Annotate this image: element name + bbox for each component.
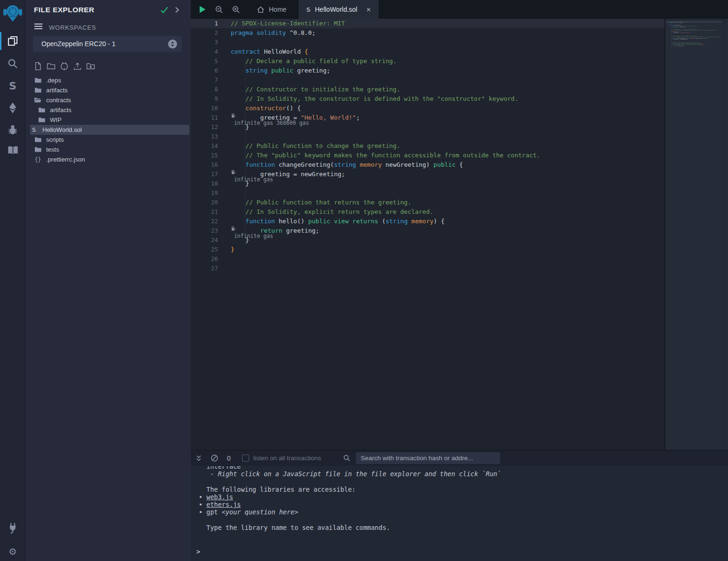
code-line-13[interactable] xyxy=(231,132,540,141)
terminal-line: The following libraries are accessible: xyxy=(199,486,728,493)
tree-item-artifacts[interactable]: artifacts xyxy=(26,85,191,95)
terminal-search-input[interactable] xyxy=(356,452,500,464)
folder-icon xyxy=(38,116,45,124)
new-file-icon[interactable] xyxy=(33,61,42,71)
code-line-23[interactable]: return greeting; xyxy=(231,226,540,236)
code-line-21[interactable]: // In Solidity, explicit return types ar… xyxy=(231,207,540,217)
code-line-14[interactable]: // Public function to change the greetin… xyxy=(231,141,540,151)
upload-folder-icon[interactable] xyxy=(86,61,95,71)
solidity-icon: S xyxy=(30,126,38,134)
tree-item--prettierrc-json[interactable]: {}.prettierrc.json xyxy=(26,154,191,164)
code-line-17[interactable]: greeting = newGreeting; xyxy=(231,170,540,179)
code-line-22[interactable]: function hello() public view returns (st… xyxy=(231,217,540,226)
sidebar-item-deploy-and-run[interactable] xyxy=(0,99,25,117)
tab-home[interactable]: Home xyxy=(249,0,294,19)
tree-item-label: scripts xyxy=(46,136,64,143)
code-line-18[interactable]: } xyxy=(231,179,540,188)
clear-console-icon[interactable] xyxy=(210,454,218,462)
sidebar-item-settings[interactable]: ⚙ xyxy=(0,543,25,561)
code-line-15[interactable]: // The "public" keyword makes the functi… xyxy=(231,151,540,160)
terminal-line: • ethers.js xyxy=(199,501,728,508)
line-number: 21 xyxy=(191,207,218,217)
terminal-link[interactable]: ethers.js xyxy=(206,501,241,508)
tree-item-label: .prettierrc.json xyxy=(46,156,85,163)
line-number: 19 xyxy=(191,188,218,198)
code-line-11[interactable]: greeting = "Hello, World!"; xyxy=(231,113,540,122)
tree-item-contracts[interactable]: contracts xyxy=(26,95,191,105)
github-icon[interactable] xyxy=(59,61,69,71)
line-number: 16 xyxy=(191,160,218,170)
chevron-right-icon[interactable] xyxy=(174,6,180,14)
tree-item--deps[interactable]: .deps xyxy=(26,75,191,85)
minimap[interactable]: // SPDX-License-Identifier: MITpragma so… xyxy=(664,19,728,450)
line-number: 17 xyxy=(191,170,218,179)
zoom-in-icon[interactable] xyxy=(227,0,244,19)
line-number: 9 xyxy=(191,94,218,104)
tab-helloworld-sol[interactable]: S HelloWorld.sol × xyxy=(299,0,378,19)
code-line-2[interactable]: pragma solidity ^0.8.0; xyxy=(231,28,540,38)
workspaces-menu-icon[interactable] xyxy=(34,23,43,30)
workspace-select[interactable]: OpenZeppelin ERC20 - 1 xyxy=(33,36,182,52)
line-number: 5 xyxy=(191,57,218,66)
tree-item-helloworld-sol[interactable]: SHelloWorld.sol xyxy=(30,125,189,135)
new-folder-icon[interactable] xyxy=(46,61,56,71)
tree-item-scripts[interactable]: scripts xyxy=(26,135,191,145)
code-line-7[interactable] xyxy=(231,75,540,85)
code-line-26[interactable] xyxy=(231,254,540,264)
code-editor[interactable]: 1234567891011121314151617181920212223242… xyxy=(191,19,664,450)
line-number: 4 xyxy=(191,47,218,57)
code-line-4[interactable]: contract HelloWorld { xyxy=(231,47,540,57)
tree-item-wip[interactable]: WIP xyxy=(26,115,191,125)
line-number: 12 xyxy=(191,122,218,132)
terminal-link[interactable]: web3.js xyxy=(206,493,233,501)
terminal-line: • web3.js xyxy=(199,493,728,501)
book-icon xyxy=(7,145,19,155)
code-line-5[interactable]: // Declare a public field of type string… xyxy=(231,57,540,66)
gear-icon: ⚙ xyxy=(8,546,17,557)
code-line-24[interactable]: } xyxy=(231,236,540,245)
terminal-output[interactable]: interface - Right click on a JavaScript … xyxy=(191,466,728,561)
solidity-icon: S xyxy=(9,80,16,92)
collapse-terminal-icon[interactable] xyxy=(195,455,202,462)
code-line-20[interactable]: // Public function that returns the gree… xyxy=(231,198,540,207)
code-line-3[interactable] xyxy=(231,38,540,47)
code-line-8[interactable]: // Constructor to initialize the greetin… xyxy=(231,85,540,94)
folder-icon xyxy=(34,136,41,144)
line-number: 14 xyxy=(191,141,218,151)
code-line-16[interactable]: function changeGreeting(string memory ne… xyxy=(231,160,540,170)
zoom-out-icon[interactable] xyxy=(210,0,227,19)
code-line-19[interactable] xyxy=(231,188,540,198)
close-icon[interactable]: × xyxy=(366,6,371,14)
code-line-25[interactable]: } xyxy=(231,245,540,254)
file-tree: .depsartifactscontractsartifactsWIPSHell… xyxy=(26,75,191,164)
terminal-prompt[interactable]: > xyxy=(196,548,200,555)
tree-item-artifacts[interactable]: artifacts xyxy=(26,105,191,115)
terminal-line xyxy=(199,516,728,523)
sidebar-item-plugin-manager[interactable] xyxy=(0,519,25,537)
run-script-button[interactable] xyxy=(194,0,210,19)
sidebar-item-file-explorer[interactable] xyxy=(0,32,25,50)
tree-item-tests[interactable]: tests xyxy=(26,145,191,154)
upload-file-icon[interactable] xyxy=(73,61,82,71)
listen-transactions-checkbox[interactable] xyxy=(242,455,249,462)
workspaces-label: WORKSPACES xyxy=(49,24,96,31)
sidebar-item-solidity-compiler[interactable]: S xyxy=(0,77,25,95)
code-line-27[interactable] xyxy=(231,264,540,273)
code-line-6[interactable]: string public greeting; xyxy=(231,66,540,75)
line-number: 8 xyxy=(191,85,218,94)
line-number: 3 xyxy=(191,38,218,47)
line-number: 13 xyxy=(191,132,218,141)
code-line-1[interactable]: // SPDX-License-Identifier: MIT xyxy=(231,19,540,28)
folder-open-icon xyxy=(34,97,41,104)
check-icon[interactable] xyxy=(160,6,169,14)
sidebar-item-debugger[interactable] xyxy=(0,121,25,138)
terminal-toolbar: 0 listen on all transactions xyxy=(191,450,728,466)
sidebar-item-learn[interactable] xyxy=(0,141,25,159)
remix-logo-icon[interactable] xyxy=(2,3,23,24)
code-line-9[interactable]: // In Solidity, the constructor is defin… xyxy=(231,94,540,104)
line-number: 20 xyxy=(191,198,218,207)
sidebar-item-search[interactable] xyxy=(0,55,25,73)
bug-icon xyxy=(7,124,18,135)
code-line-10[interactable]: constructor() { infinite gas 368600 gas xyxy=(231,104,540,113)
line-number: 24 xyxy=(191,236,218,245)
